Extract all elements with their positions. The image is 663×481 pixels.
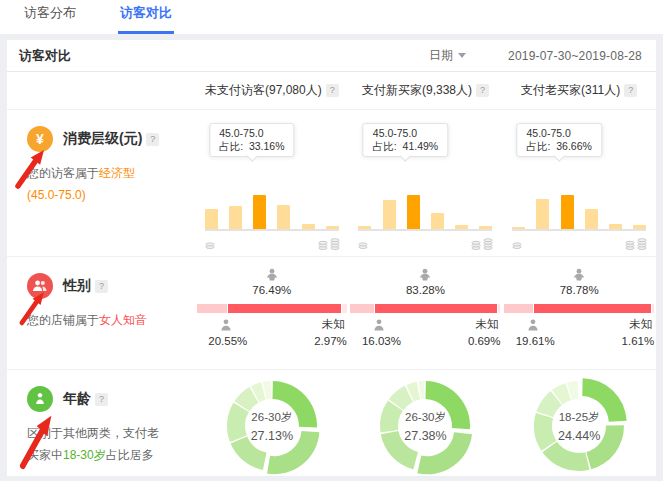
female-icon [572,267,587,284]
tooltip-value: 36.66% [556,140,592,152]
section-consumption-level: ¥ 消费层级(元) ? 您的访客属于经济型(45.0-75.0) 45.0-75… [7,110,656,257]
tooltip-range: 45.0-75.0 [219,127,284,140]
coin-axis-icons [350,235,500,251]
column-title-text: 支付新买家(9,338人) [362,83,472,97]
column-title-text: 未支付访客(97,080人) [205,83,322,97]
person-icon [27,386,53,412]
help-icon[interactable]: ? [476,84,489,97]
gender-stacked-bar[interactable] [504,304,654,313]
consumption-description: 您的访客属于经济型(45.0-75.0) [27,162,151,206]
tooltip-prefix: 占比: [526,140,550,152]
tooltip-value: 33.16% [249,140,285,152]
gender-row-title: 性别 [63,277,91,295]
desc-text: 占比居多 [106,448,154,462]
female-percentage: 78.78% [504,284,654,296]
male-percentage: 19.61% [504,335,566,347]
female-percentage: 83.28% [350,284,500,296]
male-icon [526,318,540,334]
male-segment [197,304,227,313]
tooltip-range: 45.0-75.0 [373,127,438,140]
visitor-comparison-panel: 访客对比 日期 2019-07-30~2019-08-28 未支付访客(97,0… [7,40,656,476]
gender-stacked-bar[interactable] [350,304,500,313]
help-icon[interactable]: ? [326,84,339,97]
chart-tooltip: 45.0-75.0 占比: 36.66% [516,123,601,157]
age-donut-chart[interactable] [529,376,629,476]
help-icon[interactable]: ? [95,280,108,293]
male-segment [504,304,533,313]
section-gender: 性别 ? 您的店铺属于女人知音 76.49% 20.55% 未知 2.97% [7,257,656,370]
age-chart-col3: 18-25岁 24.44% [502,370,656,481]
female-segment [375,304,497,313]
yuan-glyph: ¥ [36,131,44,147]
date-dropdown-label: 日期 [429,47,453,64]
tooltip-prefix: 占比: [219,140,243,152]
gender-stacked-bar[interactable] [197,304,347,313]
consumption-bar-chart[interactable] [358,195,492,231]
gender-users-icon [27,273,53,299]
tooltip-range: 45.0-75.0 [526,127,591,140]
consumption-row-title: 消费层级(元) [63,130,142,148]
gender-chart-col2: 83.28% 16.03% 未知 0.69% [349,257,503,370]
unknown-label: 未知 [475,317,498,332]
male-icon [372,318,386,334]
male-percentage: 16.03% [350,335,412,347]
date-dropdown[interactable]: 日期 [429,47,466,64]
unknown-percentage: 1.61% [622,335,655,347]
age-chart-col2: 26-30岁 27.38% [349,370,503,481]
panel-header: 访客对比 日期 2019-07-30~2019-08-28 [7,40,656,72]
chart-tooltip: 45.0-75.0 占比: 41.49% [363,123,448,157]
age-row-title: 年龄 [63,390,91,408]
unknown-percentage: 2.97% [314,335,347,347]
column-title-text: 支付老买家(311人) [521,83,620,97]
chart-tooltip: 45.0-75.0 占比: 33.16% [209,123,294,157]
column-title-unpaid-visitors: 未支付访客(97,080人)? [195,82,349,99]
female-icon [418,267,433,284]
help-icon[interactable]: ? [95,393,108,406]
tooltip-value: 41.49% [403,140,439,152]
consumption-chart-col1: 45.0-75.0 占比: 33.16% [195,110,349,257]
desc-highlight: 18-30岁 [63,448,106,462]
desc-text: 您的访客属于 [27,166,99,180]
consumption-bar-chart[interactable] [512,195,646,231]
unknown-segment [498,304,500,313]
female-segment [534,304,651,313]
unknown-label: 未知 [322,317,345,332]
chevron-down-icon [458,53,466,58]
top-tab-bar: 访客分布 访客对比 [0,0,663,34]
help-icon[interactable]: ? [146,133,159,146]
male-icon [219,318,233,334]
coin-axis-icons [197,235,347,251]
page-title: 访客对比 [19,47,71,65]
unknown-segment [342,304,346,313]
desc-highlight: 女人知音 [99,313,147,327]
section-age: 年龄 ? 区别于其他两类，支付老买家中18-30岁占比居多 26-30岁 27.… [7,370,656,481]
column-header-row: 未支付访客(97,080人)? 支付新买家(9,338人)? 支付老买家(311… [7,72,656,110]
unknown-segment [652,304,654,313]
age-chart-col1: 26-30岁 27.13% [195,370,349,481]
consumption-chart-col2: 45.0-75.0 占比: 41.49% [349,110,503,257]
male-segment [350,304,374,313]
age-description: 区别于其他两类，支付老买家中18-30岁占比居多 [27,422,163,466]
yuan-icon: ¥ [27,126,53,152]
tab-visitor-distribution[interactable]: 访客分布 [22,0,78,34]
consumption-bar-chart[interactable] [205,195,339,231]
tooltip-prefix: 占比: [373,140,397,152]
gender-chart-col1: 76.49% 20.55% 未知 2.97% [195,257,349,370]
age-donut-chart[interactable] [222,376,322,476]
date-range-value[interactable]: 2019-07-30~2019-08-28 [508,49,642,63]
female-segment [228,304,341,313]
male-percentage: 20.55% [197,335,259,347]
gender-description: 您的店铺属于女人知音 [27,309,151,331]
help-icon[interactable]: ? [624,84,637,97]
gender-chart-col3: 78.78% 19.61% 未知 1.61% [502,257,656,370]
coin-axis-icons [504,235,654,251]
consumption-label-cell: ¥ 消费层级(元) ? 您的访客属于经济型(45.0-75.0) [7,110,195,257]
unknown-percentage: 0.69% [468,335,501,347]
female-icon [264,267,279,284]
age-label-cell: 年龄 ? 区别于其他两类，支付老买家中18-30岁占比居多 [7,370,195,481]
gender-label-cell: 性别 ? 您的店铺属于女人知音 [7,257,195,370]
tab-visitor-comparison[interactable]: 访客对比 [118,0,174,34]
unknown-label: 未知 [629,317,652,332]
column-title-new-buyers: 支付新买家(9,338人)? [349,82,503,99]
age-donut-chart[interactable] [375,376,475,476]
